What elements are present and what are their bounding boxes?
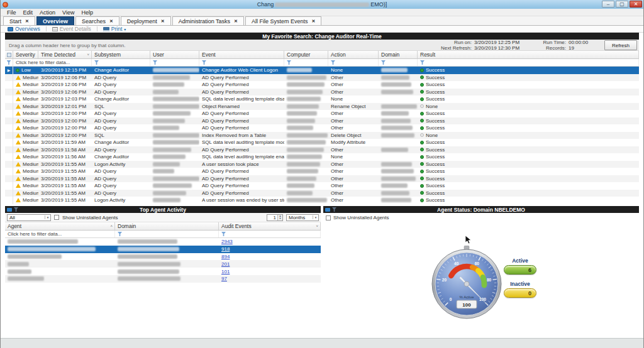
aa-column-header-audit-events[interactable]: Audit Events˅ — [219, 222, 321, 230]
menu-item-edit[interactable]: Edit — [20, 9, 36, 16]
event-row[interactable]: Medium3/20/2019 12:01 PMSQLObject Rename… — [5, 103, 639, 111]
event-row[interactable]: Medium3/20/2019 11:55 AMLogon ActivityA … — [5, 197, 639, 204]
column-header-computer[interactable]: Computer — [284, 51, 328, 58]
column-header-time-detected[interactable]: Time Detected˅ — [38, 51, 92, 58]
event-row[interactable]: Medium3/20/2019 12:06 PMAD QueryAD Query… — [5, 89, 639, 96]
tab-close-icon[interactable]: ✕ — [234, 19, 238, 24]
filter-funnel-icon[interactable] — [153, 60, 157, 65]
audit-events-link[interactable]: 894 — [221, 254, 230, 259]
column-filter[interactable] — [328, 59, 379, 66]
refresh-button[interactable]: Refresh — [604, 40, 637, 50]
agent-row[interactable]: 894 — [5, 253, 321, 261]
tab-close-icon[interactable]: ✕ — [25, 19, 29, 24]
column-filter[interactable] — [150, 59, 199, 66]
event-row[interactable]: Medium3/20/2019 11:55 AMAD QueryAD Query… — [5, 190, 639, 197]
event-grid-filter-row[interactable]: Click here to filter data... — [5, 59, 639, 67]
show-uninstalled-checkbox[interactable] — [326, 215, 331, 220]
event-row[interactable]: Medium3/20/2019 11:55 AMAD QueryAD Query… — [5, 168, 639, 175]
filter-funnel-icon[interactable] — [94, 60, 99, 65]
agent-row[interactable]: 201 — [5, 260, 321, 268]
spin-down-icon[interactable]: ▼ — [278, 217, 282, 220]
filter-funnel-icon[interactable] — [331, 60, 335, 65]
audit-events-link[interactable]: 2943 — [221, 239, 233, 244]
export-icon[interactable] — [325, 208, 330, 212]
inactive-count-button[interactable]: 0 — [504, 288, 536, 298]
column-header-event[interactable]: Event — [199, 51, 284, 58]
audit-events-link[interactable]: 97 — [221, 276, 227, 281]
print-button[interactable]: Print▾ — [100, 26, 130, 32]
column-filter[interactable] — [418, 59, 639, 66]
tab-deployment[interactable]: Deployment✕ — [121, 16, 171, 25]
event-row[interactable]: Medium3/20/2019 11:59 AMChange AuditorSQ… — [5, 139, 639, 146]
event-row[interactable]: Medium3/20/2019 11:55 AMLogon ActivityA … — [5, 161, 639, 168]
filter-funnel-icon[interactable] — [420, 60, 425, 65]
filter-hint[interactable]: Click here to filter data... — [5, 231, 115, 237]
minimize-button[interactable]: – — [602, 1, 614, 8]
filter-funnel-icon[interactable] — [287, 60, 291, 65]
scope-dropdown[interactable]: All ▾ — [7, 214, 51, 221]
maximize-button[interactable]: ▢ — [616, 1, 628, 8]
event-row[interactable]: Medium3/20/2019 12:00 PMSQLIndex Removed… — [5, 132, 639, 139]
column-header-user[interactable]: User — [150, 51, 199, 58]
column-header-result[interactable]: Result — [418, 51, 639, 58]
menu-item-view[interactable]: View — [59, 9, 77, 16]
column-header-domain[interactable]: Domain — [379, 51, 418, 58]
period-unit-dropdown[interactable]: Months ▾ — [286, 214, 319, 221]
menu-item-file[interactable]: File — [4, 9, 19, 16]
filter-funnel-icon[interactable] — [202, 60, 206, 65]
tab-overview[interactable]: Overview — [36, 16, 74, 25]
event-row[interactable]: Medium3/20/2019 11:55 AMAD QueryAD Query… — [5, 182, 639, 190]
tab-close-icon[interactable]: ✕ — [312, 19, 316, 24]
filter-funnel-icon[interactable] — [7, 60, 11, 65]
event-row[interactable]: Medium3/20/2019 12:00 PMAD QueryAD Query… — [5, 124, 639, 132]
agent-row[interactable]: 2943 — [5, 238, 321, 246]
audit-events-link[interactable]: 201 — [221, 261, 230, 267]
menu-item-help[interactable]: Help — [78, 9, 96, 16]
agent-activity-filter-row[interactable]: Click here to filter data... — [5, 231, 321, 238]
event-row[interactable]: Medium3/20/2019 12:00 PMAD QueryAD Query… — [5, 110, 639, 117]
column-filter[interactable] — [199, 59, 284, 66]
show-uninstalled-checkbox[interactable] — [54, 215, 59, 220]
menu-item-action[interactable]: Action — [36, 9, 58, 16]
audit-events-link[interactable]: 918 — [221, 246, 230, 252]
column-filter[interactable] — [92, 59, 150, 66]
aa-column-header-agent[interactable]: Agent˄ — [5, 222, 115, 230]
tab-administration-tasks[interactable]: Administration Tasks✕ — [172, 16, 244, 25]
column-header-action[interactable]: Action — [328, 51, 379, 58]
audit-events-link[interactable]: 101 — [221, 269, 230, 275]
period-value-stepper[interactable]: 1 ▲ ▼ — [267, 214, 283, 221]
agent-row[interactable]: 101 — [5, 268, 321, 275]
filter-funnel-icon[interactable] — [118, 232, 122, 236]
filter-funnel-icon[interactable] — [381, 60, 386, 65]
export-icon[interactable] — [7, 208, 12, 212]
tab-searches[interactable]: Searches✕ — [75, 16, 119, 25]
close-button[interactable]: ✕ — [630, 1, 642, 8]
filter-icon[interactable] — [332, 207, 336, 212]
tab-close-icon[interactable]: ✕ — [161, 19, 165, 24]
aa-column-header-domain[interactable]: Domain — [115, 222, 219, 230]
tab-start[interactable]: Start✕ — [3, 16, 35, 25]
event-row[interactable]: Medium3/20/2019 12:03 PMChange AuditorSQ… — [5, 95, 639, 103]
column-filter[interactable] — [284, 59, 328, 66]
column-filter[interactable] — [115, 231, 219, 237]
agent-row[interactable]: 918 — [5, 246, 321, 253]
column-header-subsystem[interactable]: Subsystem — [92, 51, 150, 58]
event-row[interactable]: Medium3/20/2019 11:55 AMAD QueryAD Query… — [5, 175, 639, 183]
event-row[interactable]: Medium3/20/2019 11:58 AMAD QueryAD Query… — [5, 146, 639, 154]
event-row[interactable]: Medium3/20/2019 12:06 PMAD QueryAD Query… — [5, 74, 639, 82]
active-count-button[interactable]: 6 — [504, 265, 536, 275]
agent-row[interactable]: 97 — [5, 275, 321, 283]
overviews-button[interactable]: Overviews — [4, 26, 43, 32]
filter-funnel-icon[interactable] — [221, 232, 226, 236]
filter-hint[interactable]: Click here to filter data... — [13, 59, 92, 66]
column-filter[interactable] — [379, 59, 418, 66]
event-row[interactable]: ▶Low3/20/2019 12:15 PMChange AuditorChan… — [5, 67, 639, 74]
column-header-severity[interactable]: Severity — [13, 51, 38, 58]
filter-icon[interactable] — [14, 207, 18, 212]
column-filter[interactable] — [219, 231, 321, 237]
group-by-hint[interactable]: Drag a column header here to group by th… — [9, 43, 125, 48]
tab-all-file-system-events[interactable]: All File System Events✕ — [245, 16, 321, 25]
event-row[interactable]: Medium3/20/2019 12:06 PMAD QueryAD Query… — [5, 81, 639, 89]
event-row[interactable]: Medium3/20/2019 12:00 PMAD QueryAD Query… — [5, 117, 639, 125]
title-bar[interactable]: Chang EMO)] – ▢ ✕ — [0, 0, 644, 9]
